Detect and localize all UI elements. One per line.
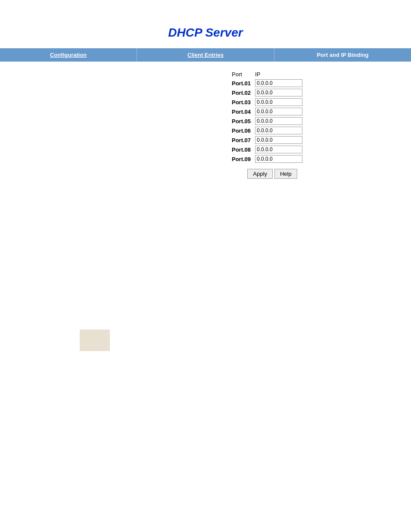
port-label-4: Port.04 [229, 107, 252, 116]
ip-input-8[interactable] [255, 146, 302, 153]
ip-input-7[interactable] [255, 136, 302, 144]
ip-input-3[interactable] [255, 98, 302, 106]
ip-cell-2 [252, 88, 305, 97]
button-row: Apply Help [229, 169, 315, 179]
ip-input-9[interactable] [255, 155, 302, 163]
nav-item-port-ip-binding[interactable]: Port and IP Binding [274, 48, 411, 62]
port-label-9: Port.09 [229, 154, 252, 164]
ip-cell-5 [252, 116, 305, 126]
form-container: Port IP Port.01Port.02Port.03Port.04Port… [229, 70, 315, 179]
port-label-6: Port.06 [229, 126, 252, 135]
table-row: Port.05 [229, 116, 305, 126]
port-ip-table: Port IP Port.01Port.02Port.03Port.04Port… [229, 70, 305, 164]
ip-input-1[interactable] [255, 79, 302, 87]
table-row: Port.08 [229, 145, 305, 154]
apply-button[interactable]: Apply [247, 169, 273, 179]
table-row: Port.03 [229, 97, 305, 107]
port-label-1: Port.01 [229, 78, 252, 88]
col-header-ip: IP [252, 70, 305, 78]
col-header-port: Port [229, 70, 252, 78]
help-button[interactable]: Help [274, 169, 297, 179]
table-row: Port.07 [229, 135, 305, 145]
ip-input-2[interactable] [255, 89, 302, 96]
port-label-5: Port.05 [229, 116, 252, 126]
ip-cell-1 [252, 78, 305, 88]
content-area: Port IP Port.01Port.02Port.03Port.04Port… [0, 70, 411, 179]
nav-label-port-ip-binding: Port and IP Binding [317, 52, 368, 58]
ip-input-6[interactable] [255, 127, 302, 134]
ip-input-5[interactable] [255, 117, 302, 125]
ip-cell-7 [252, 135, 305, 145]
ip-cell-3 [252, 97, 305, 107]
nav-bar: Configuration Client Entries Port and IP… [0, 48, 411, 62]
ip-cell-4 [252, 107, 305, 116]
ip-input-4[interactable] [255, 108, 302, 115]
table-row: Port.06 [229, 126, 305, 135]
page-title: DHCP Server [0, 26, 411, 40]
ip-cell-9 [252, 154, 305, 164]
table-row: Port.04 [229, 107, 305, 116]
port-label-3: Port.03 [229, 97, 252, 107]
nav-link-configuration[interactable]: Configuration [50, 52, 87, 58]
ip-cell-6 [252, 126, 305, 135]
nav-item-client-entries[interactable]: Client Entries [137, 48, 274, 62]
ip-cell-8 [252, 145, 305, 154]
port-label-2: Port.02 [229, 88, 252, 97]
port-label-7: Port.07 [229, 135, 252, 145]
table-row: Port.01 [229, 78, 305, 88]
table-row: Port.02 [229, 88, 305, 97]
decorative-box [80, 330, 110, 351]
table-row: Port.09 [229, 154, 305, 164]
nav-link-client-entries[interactable]: Client Entries [187, 52, 224, 58]
nav-item-configuration[interactable]: Configuration [0, 48, 137, 62]
port-label-8: Port.08 [229, 145, 252, 154]
